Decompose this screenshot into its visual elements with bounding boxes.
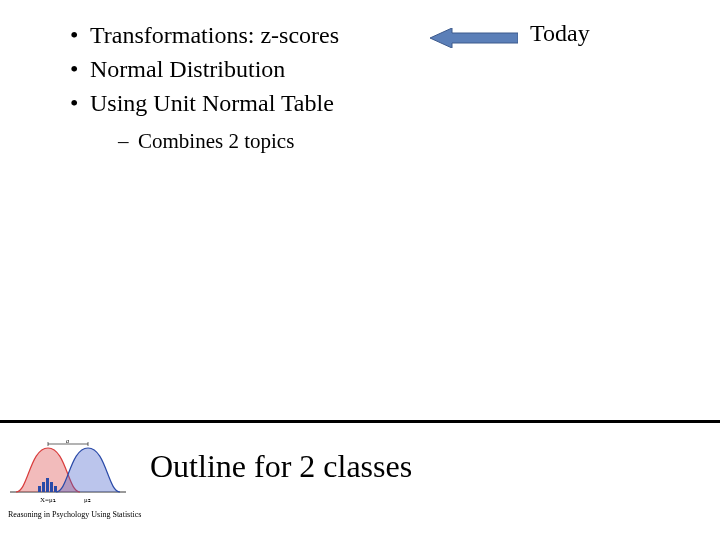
normal-distribution-icon: d X=μ₁ μ₂ bbox=[8, 440, 128, 506]
divider-line bbox=[0, 420, 720, 423]
bullet-text: Transformations: z-scores bbox=[90, 22, 339, 48]
today-label: Today bbox=[530, 20, 590, 47]
svg-rect-6 bbox=[54, 486, 57, 492]
bullet-text: Normal Distribution bbox=[90, 56, 285, 82]
axis-label-right: μ₂ bbox=[84, 496, 91, 504]
svg-rect-3 bbox=[42, 482, 45, 492]
bullet-item-1: Transformations: z-scores bbox=[70, 18, 470, 52]
bullet-text: Using Unit Normal Table bbox=[90, 90, 334, 116]
bullet-item-2: Normal Distribution bbox=[70, 52, 470, 86]
sub-bullet-item-1: Combines 2 topics bbox=[118, 126, 470, 156]
bullet-list: Transformations: z-scores Normal Distrib… bbox=[70, 18, 470, 156]
footer-caption: Reasoning in Psychology Using Statistics bbox=[8, 510, 141, 519]
bullet-item-3: Using Unit Normal Table Combines 2 topic… bbox=[70, 86, 470, 156]
svg-text:d: d bbox=[66, 440, 70, 444]
arrow-left-icon bbox=[430, 28, 518, 48]
svg-rect-4 bbox=[46, 478, 49, 492]
main-content: Transformations: z-scores Normal Distrib… bbox=[70, 18, 470, 156]
footer-title: Outline for 2 classes bbox=[150, 448, 412, 485]
svg-rect-5 bbox=[50, 482, 53, 492]
axis-label-left: X=μ₁ bbox=[40, 496, 56, 504]
sub-bullet-text: Combines 2 topics bbox=[138, 129, 294, 153]
svg-marker-0 bbox=[430, 28, 518, 48]
svg-rect-2 bbox=[38, 486, 41, 492]
sub-bullet-list: Combines 2 topics bbox=[118, 126, 470, 156]
